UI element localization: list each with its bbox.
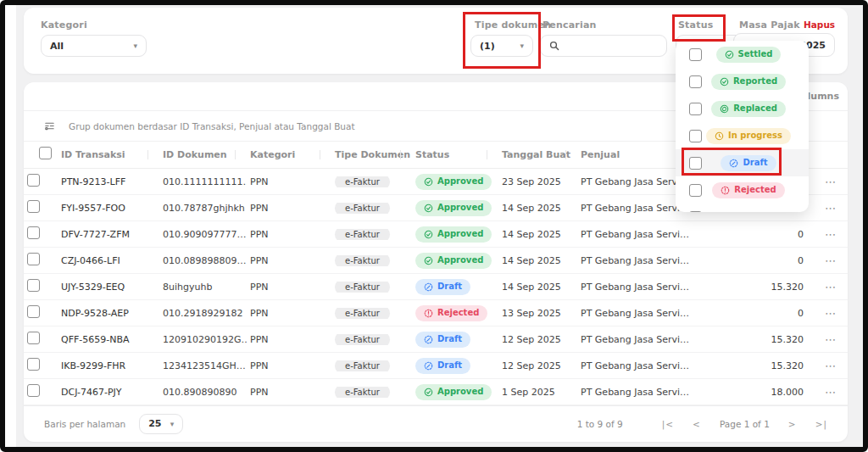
status-badge: Draft xyxy=(721,155,776,171)
option-checkbox[interactable] xyxy=(689,130,702,142)
app-window: Kategori All ▾ Tipe dokumen (1) ▾ Pencar… xyxy=(0,0,868,452)
select-all-checkbox[interactable] xyxy=(39,147,52,159)
row-actions-button[interactable]: ⋯ xyxy=(810,333,848,346)
table-row[interactable]: IKB-9299-FHR 1234123514GH… PPN e-Faktur … xyxy=(24,353,848,379)
status-option[interactable]: Replaced xyxy=(676,95,809,122)
kategori-label: Kategori xyxy=(41,20,87,31)
check-circle-icon xyxy=(424,204,433,213)
group-icon[interactable] xyxy=(44,120,55,131)
search-input[interactable] xyxy=(540,35,667,57)
cell-id-dokumen: 010.909097777… xyxy=(159,229,247,240)
prev-page-button[interactable]: < xyxy=(693,419,701,429)
cell-tanggal-buat: 14 Sep 2025 xyxy=(498,282,577,293)
option-checkbox[interactable] xyxy=(689,157,702,170)
cell-status: Approved xyxy=(412,226,498,243)
cell-tanggal-buat: 14 Sep 2025 xyxy=(498,229,577,240)
first-page-button[interactable]: |< xyxy=(662,419,674,429)
cell-id-dokumen: 1234123514GH… xyxy=(159,360,247,371)
table-row[interactable]: UJY-5329-EEQ 8uihgyuhb PPN e-Faktur Draf… xyxy=(24,274,848,300)
rows-per-page-select[interactable]: 25 ▾ xyxy=(139,414,183,434)
cell-id-transaksi: PTN-9213-LFF xyxy=(58,176,159,187)
option-checkbox[interactable] xyxy=(689,184,702,197)
cell-kategori: PPN xyxy=(247,360,331,371)
option-checkbox[interactable] xyxy=(689,211,702,213)
row-actions-button[interactable]: ⋯ xyxy=(810,307,848,320)
row-checkbox[interactable] xyxy=(27,174,40,187)
status-badge: Approved xyxy=(415,384,492,400)
column-header[interactable]: Status xyxy=(412,149,498,160)
cell-amount: 0 xyxy=(704,308,810,319)
alert-circle-icon xyxy=(721,186,730,195)
cell-penjual: PT Gebang Jasa Servi… xyxy=(577,387,704,398)
pencil-circle-icon xyxy=(424,282,433,292)
row-checkbox[interactable] xyxy=(27,332,40,344)
row-actions-button[interactable]: ⋯ xyxy=(810,202,848,215)
option-checkbox[interactable] xyxy=(689,103,702,115)
column-header[interactable]: Kategori xyxy=(247,149,331,160)
table-row[interactable]: DCJ-7467-PJY 010.890890890 PPN e-Faktur … xyxy=(24,379,848,405)
rows-per-page-value: 25 xyxy=(148,418,161,429)
row-actions-button[interactable]: ⋯ xyxy=(810,228,848,241)
status-option[interactable]: Draft xyxy=(676,149,809,176)
chevron-down-icon: ▾ xyxy=(520,42,524,50)
tipe-dokumen-pill: e-Faktur xyxy=(335,176,390,187)
cell-id-transaksi: DCJ-7467-PJY xyxy=(58,387,159,398)
row-checkbox[interactable] xyxy=(27,226,40,239)
tipe-dokumen-pill: e-Faktur xyxy=(335,282,390,293)
hapus-button[interactable]: Hapus xyxy=(804,20,835,30)
check-circle-icon xyxy=(424,388,433,397)
table-row[interactable]: QFF-5659-NBA 120910290192G… PPN e-Faktur… xyxy=(24,326,848,353)
status-badge: Rejected xyxy=(415,305,487,321)
row-actions-button[interactable]: ⋯ xyxy=(810,360,848,372)
table-row[interactable]: DFV-7727-ZFM 010.909097777… PPN e-Faktur… xyxy=(24,221,848,248)
status-label: Status xyxy=(678,20,713,31)
row-actions-button[interactable]: ⋯ xyxy=(810,176,848,188)
status-option[interactable]: Reported xyxy=(676,68,809,95)
status-option[interactable]: Rejected xyxy=(676,176,809,204)
check-circle-icon xyxy=(424,177,433,187)
cell-id-dokumen: 010.1111111111… xyxy=(159,176,247,187)
cell-kategori: PPN xyxy=(247,229,331,240)
last-page-button[interactable]: >| xyxy=(815,419,827,429)
kategori-select[interactable]: All ▾ xyxy=(41,35,147,57)
row-actions-button[interactable]: ⋯ xyxy=(810,254,848,267)
row-checkbox[interactable] xyxy=(27,200,40,213)
status-option[interactable]: Settled xyxy=(676,41,809,68)
table-row[interactable]: CZJ-0466-LFI 010.089898809… PPN e-Faktur… xyxy=(24,248,848,274)
status-option[interactable]: In progress xyxy=(676,122,809,149)
row-checkbox[interactable] xyxy=(27,279,40,292)
cell-id-transaksi: UJY-5329-EEQ xyxy=(58,282,159,293)
cell-status: Approved xyxy=(412,253,498,269)
tipe-dokumen-pill: e-Faktur xyxy=(335,387,390,398)
status-badge: Approved xyxy=(415,174,492,190)
row-checkbox[interactable] xyxy=(27,305,40,318)
tipe-dokumen-pill: e-Faktur xyxy=(335,308,390,319)
next-page-button[interactable]: > xyxy=(788,419,797,429)
row-checkbox[interactable] xyxy=(27,384,40,397)
cell-tanggal-buat: 12 Sep 2025 xyxy=(498,360,577,371)
row-checkbox[interactable] xyxy=(27,358,40,371)
option-checkbox[interactable] xyxy=(689,75,702,88)
cell-id-transaksi: NDP-9528-AEP xyxy=(58,308,159,319)
cell-id-transaksi: FYI-9557-FOO xyxy=(58,203,159,214)
row-checkbox[interactable] xyxy=(27,253,40,265)
cell-kategori: PPN xyxy=(247,203,331,214)
cell-tanggal-buat: 1 Sep 2025 xyxy=(498,387,577,398)
column-header[interactable]: ID Dokumen xyxy=(159,149,247,160)
row-actions-button[interactable]: ⋯ xyxy=(810,386,848,399)
tipe-dokumen-select[interactable]: (1) ▾ xyxy=(470,35,533,57)
cell-penjual: PT Gebang Jasa Servi… xyxy=(577,308,704,319)
status-option[interactable] xyxy=(676,204,809,212)
option-checkbox[interactable] xyxy=(689,48,702,61)
row-actions-button[interactable]: ⋯ xyxy=(810,281,848,293)
table-row[interactable]: NDP-9528-AEP 010.2918929182 PPN e-Faktur… xyxy=(24,300,848,326)
tipe-dokumen-pill: e-Faktur xyxy=(335,203,390,214)
cell-status: Draft xyxy=(412,279,498,295)
column-header[interactable]: ID Transaksi xyxy=(58,149,159,160)
cell-kategori: PPN xyxy=(247,282,331,293)
cell-penjual: PT Gebang Jasa Servi… xyxy=(577,282,704,293)
cell-tanggal-buat: 23 Sep 2025 xyxy=(498,176,577,187)
status-badge: Rejected xyxy=(712,182,784,198)
status-badge: Reported xyxy=(711,74,786,90)
masa-pajak-label: Masa Pajak xyxy=(739,20,800,31)
